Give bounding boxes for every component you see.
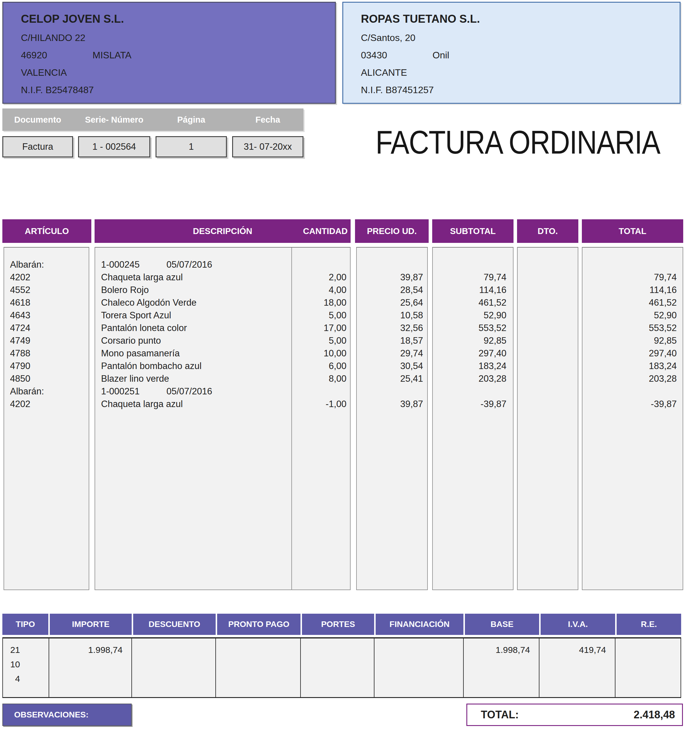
summary-header-importe: IMPORTE xyxy=(50,614,132,635)
item-cell: Albarán: xyxy=(4,258,89,271)
item-cell: 4618 xyxy=(4,296,89,309)
supplier-address: C/HILANDO 22 xyxy=(21,29,335,47)
doc-value-documento: Factura xyxy=(2,136,73,157)
items-column-precio: 39,8728,5425,6410,5832,5618,5729,7430,54… xyxy=(356,247,428,590)
items-column-dto xyxy=(517,247,578,590)
items-col-subtotal: 79,74114,16461,5252,90553,5292,85297,401… xyxy=(433,248,513,410)
items-header-articulo: ARTÍCULO xyxy=(2,219,91,243)
item-cell: 6,00 xyxy=(292,360,350,372)
item-description: Torera Sport Azul xyxy=(95,309,292,321)
item-cell: 10,00 xyxy=(292,347,350,360)
summary-cell-iva: 419,74 xyxy=(539,639,615,697)
item-cell: 39,87 xyxy=(357,271,427,283)
item-cell: 8,00 xyxy=(292,372,350,385)
item-cell xyxy=(583,258,682,271)
customer-address: C/Santos, 20 xyxy=(361,29,679,47)
item-cell xyxy=(292,385,350,398)
summary-header-re: R.E. xyxy=(617,614,681,635)
items-col-precio: 39,8728,5425,6410,5832,5618,5729,7430,54… xyxy=(357,248,427,410)
item-cell: 30,54 xyxy=(357,360,427,372)
supplier-nif: N.I.F. B25478487 xyxy=(21,81,335,99)
item-cell: 203,28 xyxy=(433,372,513,385)
item-cell: 183,24 xyxy=(583,360,682,372)
item-cell: 25,41 xyxy=(357,372,427,385)
item-description: Bolero Rojo xyxy=(95,283,292,296)
item-cell xyxy=(583,385,682,398)
items-header-descripcion-cantidad: DESCRIPCIÓN CANTIDAD xyxy=(95,219,351,243)
summary-cell-re xyxy=(615,639,681,697)
total-value: 2.418,48 xyxy=(634,709,682,721)
item-description: 1-00025105/07/2016 xyxy=(95,385,292,398)
item-description: Mono pasamanería xyxy=(95,347,292,360)
item-cell: 39,87 xyxy=(357,398,427,410)
doc-header-fecha: Fecha xyxy=(232,109,303,131)
item-cell: 4850 xyxy=(4,372,89,385)
summary-header-base: BASE xyxy=(465,614,539,635)
albaran-date: 05/07/2016 xyxy=(167,259,212,270)
item-cell xyxy=(518,347,578,360)
items-column-articulo: Albarán:42024552461846434724474947884790… xyxy=(3,247,89,590)
summary-header-pronto-pago: PRONTO PAGO xyxy=(217,614,300,635)
item-cell: 297,40 xyxy=(583,347,682,360)
item-cell: 114,16 xyxy=(583,283,682,296)
item-description: Chaqueta larga azul xyxy=(95,271,292,283)
albaran-date: 05/07/2016 xyxy=(167,386,212,396)
items-col-articulo: Albarán:42024552461846434724474947884790… xyxy=(4,248,89,410)
supplier-postal-code: 46920 xyxy=(21,47,92,64)
summary-tipo-value: 21 xyxy=(3,643,48,657)
item-cell: 4749 xyxy=(4,334,89,347)
invoice-page: CELOP JOVEN S.L. C/HILANDO 22 46920MISLA… xyxy=(0,0,700,731)
doc-header-pagina: Página xyxy=(155,109,227,131)
item-cell: -39,87 xyxy=(583,398,682,410)
item-cell: 461,52 xyxy=(433,296,513,309)
item-cell xyxy=(518,385,578,398)
items-column-total: 79,74114,16461,5252,90553,5292,85297,401… xyxy=(582,247,683,590)
item-cell: 4788 xyxy=(4,347,89,360)
customer-postal-code: 03430 xyxy=(361,47,432,64)
item-description: Chaleco Algodón Verde xyxy=(95,296,292,309)
summary-base-value: 1.998,74 xyxy=(464,643,539,657)
customer-name: ROPAS TUETANO S.L. xyxy=(361,11,679,29)
items-col-cantidad: 2,004,0018,005,0017,005,0010,006,008,00-… xyxy=(292,248,350,410)
summary-header-portes: PORTES xyxy=(302,614,374,635)
item-cell: 52,90 xyxy=(583,309,682,321)
item-cell: 297,40 xyxy=(433,347,513,360)
item-cell xyxy=(433,385,513,398)
item-cell: 18,00 xyxy=(292,296,350,309)
item-cell xyxy=(357,258,427,271)
items-header-cantidad: CANTIDAD xyxy=(303,226,348,236)
item-description: 1-00024505/07/2016 xyxy=(95,258,292,271)
summary-cell-base: 1.998,74 xyxy=(464,639,539,697)
item-cell xyxy=(292,258,350,271)
summary-portes-value xyxy=(301,643,374,657)
item-cell: 10,58 xyxy=(357,309,427,321)
albaran-reference: 1-000251 xyxy=(101,385,167,398)
summary-tipo-value: 10 xyxy=(3,657,48,671)
item-cell: 4552 xyxy=(4,283,89,296)
summary-cell-tipo: 21104 xyxy=(3,639,49,697)
item-description: Pantalón loneta color xyxy=(95,321,292,334)
item-cell: 79,74 xyxy=(433,271,513,283)
customer-postal-city: 03430Onil xyxy=(361,47,679,64)
customer-city: Onil xyxy=(432,50,449,60)
item-cell xyxy=(518,283,578,296)
item-cell xyxy=(518,309,578,321)
item-cell: 5,00 xyxy=(292,334,350,347)
supplier-province: VALENCIA xyxy=(21,64,335,81)
customer-panel: ROPAS TUETANO S.L. C/Santos, 20 03430Oni… xyxy=(342,2,681,104)
item-cell: 4790 xyxy=(4,360,89,372)
summary-tipo-value: 4 xyxy=(3,671,48,686)
item-cell xyxy=(518,271,578,283)
supplier-name: CELOP JOVEN S.L. xyxy=(21,11,335,29)
item-description: Blazer lino verde xyxy=(95,372,292,385)
item-cell: 461,52 xyxy=(583,296,682,309)
item-cell: -39,87 xyxy=(433,398,513,410)
summary-cell-pronto-pago xyxy=(216,639,301,697)
invoice-title: FACTURA ORDINARIA xyxy=(376,123,659,161)
doc-value-pagina: 1 xyxy=(155,136,227,157)
total-box: TOTAL: 2.418,48 xyxy=(466,703,683,726)
item-cell: 29,74 xyxy=(357,347,427,360)
items-header-precio: PRECIO UD. xyxy=(355,219,429,243)
summary-table-body: 21104 1.998,74 1.998,74 419,74 xyxy=(2,637,681,698)
item-description: Corsario punto xyxy=(95,334,292,347)
